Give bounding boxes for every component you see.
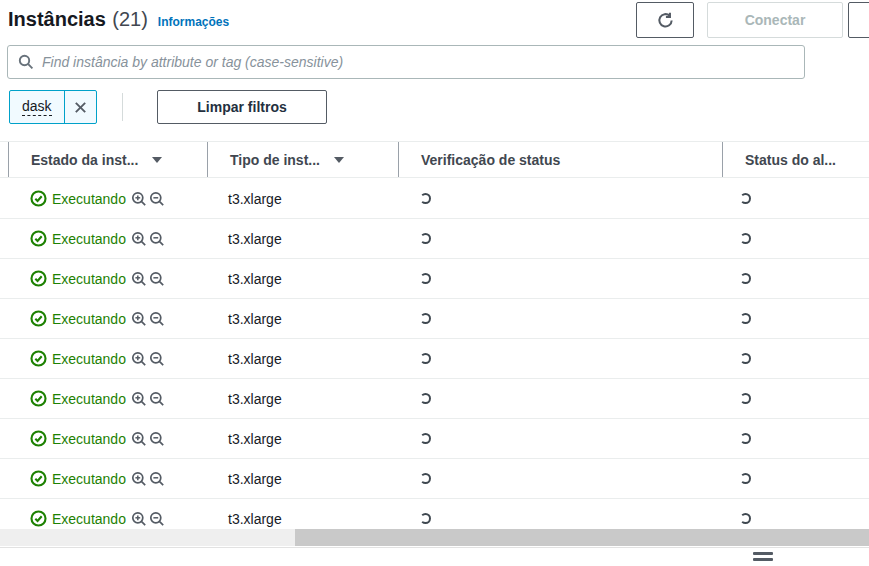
zoom-out-icon[interactable] (149, 431, 165, 447)
loading-spinner-icon (420, 433, 431, 444)
instance-type-cell: t3.xlarge (207, 511, 398, 527)
cell-filter-actions (131, 271, 165, 287)
instance-state-text: Executando (52, 511, 126, 527)
loading-spinner-icon (420, 233, 431, 244)
alarm-status-cell (722, 231, 869, 247)
zoom-out-icon[interactable] (149, 231, 165, 247)
horizontal-scrollbar-thumb[interactable] (295, 529, 869, 546)
zoom-out-icon[interactable] (149, 311, 165, 327)
instance-type-cell: t3.xlarge (207, 351, 398, 367)
zoom-in-icon[interactable] (131, 471, 147, 487)
instance-type-cell: t3.xlarge (207, 391, 398, 407)
zoom-in-icon[interactable] (131, 231, 147, 247)
instance-state-cell: Executando (8, 390, 207, 407)
cell-filter-actions (131, 231, 165, 247)
status-check-cell (398, 271, 722, 287)
instances-page: Instâncias (21) Informações Conectar das… (0, 0, 869, 566)
column-header-instance-state[interactable]: Estado da inst... (8, 142, 207, 177)
zoom-out-icon[interactable] (149, 191, 165, 207)
instance-state-cell: Executando (8, 350, 207, 367)
refresh-button[interactable] (636, 2, 694, 38)
check-circle-icon (30, 390, 47, 407)
zoom-out-icon[interactable] (149, 271, 165, 287)
cell-filter-actions (131, 351, 165, 367)
column-label: Status do al... (745, 152, 836, 168)
instance-state-cell: Executando (8, 270, 207, 287)
page-title: Instâncias (8, 8, 106, 30)
zoom-out-icon[interactable] (149, 351, 165, 367)
status-check-cell (398, 511, 722, 527)
horizontal-scrollbar-track[interactable] (0, 529, 869, 546)
zoom-in-icon[interactable] (131, 351, 147, 367)
zoom-in-icon[interactable] (131, 431, 147, 447)
filter-token-label: dask (10, 91, 64, 123)
remove-filter-button[interactable] (64, 91, 96, 123)
sort-caret-icon (152, 157, 162, 163)
clear-filters-button[interactable]: Limpar filtros (157, 90, 327, 124)
split-panel-drag-handle[interactable] (753, 552, 773, 561)
alarm-status-cell (722, 351, 869, 367)
cell-filter-actions (131, 191, 165, 207)
cell-filter-actions (131, 431, 165, 447)
instance-type-cell: t3.xlarge (207, 311, 398, 327)
column-header-status-check: Verificação de status (398, 142, 722, 177)
close-icon (73, 100, 88, 115)
instance-type-cell: t3.xlarge (207, 271, 398, 287)
loading-spinner-icon (420, 513, 431, 524)
loading-spinner-icon (740, 353, 751, 364)
column-header-alarm-status: Status do al... (722, 142, 869, 177)
zoom-in-icon[interactable] (131, 511, 147, 527)
cutoff-column-spacer (0, 142, 8, 177)
zoom-out-icon[interactable] (149, 391, 165, 407)
instance-state-cell: Executando (8, 190, 207, 207)
zoom-out-icon[interactable] (149, 511, 165, 527)
actions-button-cutoff[interactable] (848, 2, 869, 38)
table-row: Executando (0, 419, 869, 459)
table-row: Executando (0, 259, 869, 299)
check-circle-icon (30, 270, 47, 287)
loading-spinner-icon (740, 233, 751, 244)
table-row: Executando (0, 219, 869, 259)
status-check-cell (398, 231, 722, 247)
zoom-out-icon[interactable] (149, 471, 165, 487)
check-circle-icon (30, 430, 47, 447)
loading-spinner-icon (740, 193, 751, 204)
instance-state-text: Executando (52, 231, 126, 247)
search-icon (18, 54, 34, 70)
instance-state-text: Executando (52, 391, 126, 407)
zoom-in-icon[interactable] (131, 311, 147, 327)
column-label: Verificação de status (421, 152, 560, 168)
table-row: Executando (0, 339, 869, 379)
zoom-in-icon[interactable] (131, 271, 147, 287)
instance-type-cell: t3.xlarge (207, 471, 398, 487)
cell-filter-actions (131, 311, 165, 327)
instance-state-text: Executando (52, 191, 126, 207)
instance-count: (21) (112, 8, 148, 30)
check-circle-icon (30, 510, 47, 527)
search-input[interactable] (42, 54, 794, 70)
column-label: Estado da inst... (31, 152, 138, 168)
zoom-in-icon[interactable] (131, 191, 147, 207)
zoom-in-icon[interactable] (131, 391, 147, 407)
refresh-icon (657, 12, 674, 29)
loading-spinner-icon (740, 393, 751, 404)
instance-state-cell: Executando (8, 230, 207, 247)
check-circle-icon (30, 350, 47, 367)
status-check-cell (398, 191, 722, 207)
table-row: Executando (0, 179, 869, 219)
status-check-cell (398, 311, 722, 327)
alarm-status-cell (722, 271, 869, 287)
info-link[interactable]: Informações (158, 15, 229, 29)
instance-state-cell: Executando (8, 470, 207, 487)
alarm-status-cell (722, 391, 869, 407)
instance-type-cell: t3.xlarge (207, 231, 398, 247)
instance-state-cell: Executando (8, 510, 207, 527)
instance-type-cell: t3.xlarge (207, 191, 398, 207)
instance-state-cell: Executando (8, 430, 207, 447)
loading-spinner-icon (740, 433, 751, 444)
column-header-instance-type[interactable]: Tipo de inst... (207, 142, 398, 177)
connect-button[interactable]: Conectar (707, 2, 843, 38)
loading-spinner-icon (420, 273, 431, 284)
alarm-status-cell (722, 191, 869, 207)
page-header: Instâncias (21) Informações (8, 8, 229, 31)
